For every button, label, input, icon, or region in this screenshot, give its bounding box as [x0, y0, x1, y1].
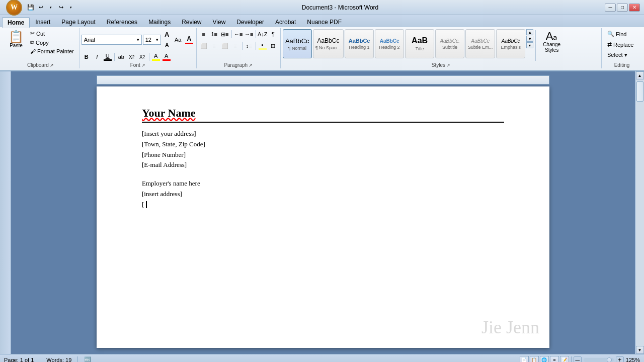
web-layout-button[interactable]: 🌐 [540, 356, 549, 363]
clear-format-button[interactable]: A [184, 35, 194, 45]
paragraph-expand[interactable]: ↗ [249, 63, 253, 68]
scroll-up-button[interactable]: ▲ [636, 71, 644, 79]
font-shrink-button[interactable]: A [162, 40, 172, 50]
underline-button[interactable]: U [103, 52, 113, 62]
font-color-button[interactable]: A [162, 52, 172, 62]
document-page[interactable]: Your Name [Insert your address] [Town, S… [97, 86, 549, 348]
paste-button[interactable]: 📋 Paste [5, 29, 27, 50]
clipboard-group: 📋 Paste ✂ Cut ⧉ Copy 🖌 Format Painter [2, 28, 79, 68]
zoom-out-button[interactable]: ─ [574, 356, 582, 363]
style-heading1[interactable]: AaBbCc Heading 1 [345, 29, 374, 58]
style-no-spacing[interactable]: AaBbCc ¶ No Spaci... [313, 29, 344, 58]
styles-label: Styles ↗ [283, 62, 599, 68]
tab-developer[interactable]: Developer [231, 16, 270, 27]
save-button[interactable]: 💾 [26, 3, 35, 12]
find-button[interactable]: 🔍 Find [604, 29, 630, 39]
select-button[interactable]: Select ▾ [604, 50, 631, 60]
undo-dropdown[interactable]: ▾ [46, 3, 55, 12]
scroll-track[interactable] [636, 79, 644, 346]
undo-button[interactable]: ↩ [36, 3, 45, 12]
print-layout-button[interactable]: 📄 [520, 356, 529, 363]
tab-insert[interactable]: Insert [30, 16, 56, 27]
font-size-dropdown[interactable]: 12 ▾ [143, 35, 161, 45]
font-name-dropdown[interactable]: Arial ▾ [82, 35, 142, 45]
format-painter-button[interactable]: 🖌 Format Painter [28, 47, 76, 55]
gallery-scroll-more[interactable]: ▾ [526, 42, 533, 48]
cut-button[interactable]: ✂ Cut [28, 29, 76, 38]
scroll-thumb[interactable] [636, 81, 643, 102]
align-center-button[interactable]: ≡ [209, 41, 219, 51]
tab-review[interactable]: Review [176, 16, 207, 27]
style-title[interactable]: AaB Title [405, 29, 434, 58]
change-case-button[interactable]: Aa [173, 35, 183, 45]
maximize-button[interactable]: □ [617, 4, 628, 12]
employer-line-1: Employer's name here [142, 178, 504, 189]
style-normal[interactable]: AaBbCc ¶ Normal [283, 29, 312, 58]
full-screen-button[interactable]: 📋 [530, 356, 539, 363]
ribbon-content: 📋 Paste ✂ Cut ⧉ Copy 🖌 Format Painter [0, 27, 644, 70]
tab-mailings[interactable]: Mailings [143, 16, 176, 27]
gallery-scroll-down[interactable]: ▼ [526, 36, 533, 42]
zoom-in-button[interactable]: + [616, 356, 624, 363]
align-right-button[interactable]: ⬜ [220, 41, 230, 51]
zoom-slider[interactable] [584, 358, 614, 362]
shading-button[interactable]: ▪ [258, 41, 268, 51]
scroll-down-button[interactable]: ▼ [636, 346, 644, 354]
decrease-indent-button[interactable]: ←≡ [233, 29, 244, 39]
copy-button[interactable]: ⧉ Copy [28, 38, 76, 47]
replace-button[interactable]: ⇄ Replace [604, 40, 637, 49]
address-line-3: [Phone Number] [142, 150, 504, 160]
strikethrough-button[interactable]: ab [116, 52, 126, 62]
subscript-button[interactable]: X2 [127, 52, 137, 62]
line-spacing-button[interactable]: ↕≡ [244, 41, 254, 51]
change-styles-button[interactable]: Aₐ ChangeStyles [538, 29, 566, 54]
outline-button[interactable]: ≡ [550, 356, 559, 363]
signature-watermark: Jie Jenn [481, 317, 539, 338]
align-left-button[interactable]: ⬜ [199, 41, 209, 51]
quick-access-more[interactable]: ▾ [66, 3, 75, 12]
justify-button[interactable]: ≡ [230, 41, 240, 51]
editing-label: Editing [604, 62, 640, 68]
bold-button[interactable]: B [82, 52, 92, 62]
tab-references[interactable]: References [101, 16, 143, 27]
highlight-button[interactable]: A [151, 52, 161, 62]
tab-nuancepdf[interactable]: Nuance PDF [301, 16, 347, 27]
font-expand[interactable]: ↗ [141, 63, 145, 68]
superscript-button[interactable]: X2 [137, 52, 147, 62]
tab-view[interactable]: View [207, 16, 231, 27]
draft-button[interactable]: 📝 [560, 356, 569, 363]
numbering-button[interactable]: 1≡ [209, 29, 219, 39]
tab-acrobat[interactable]: Acrobat [270, 16, 301, 27]
zoom-thumb[interactable] [607, 357, 612, 363]
ribbon: Home Insert Page Layout References Maili… [0, 15, 644, 71]
style-subtle-emphasis[interactable]: AaBbCc Subtle Em... [465, 29, 495, 58]
tab-pagelayout[interactable]: Page Layout [56, 16, 101, 27]
increase-indent-button[interactable]: →≡ [244, 29, 254, 39]
italic-button[interactable]: I [92, 52, 102, 62]
style-emphasis[interactable]: AaBbCc Emphasis [496, 29, 525, 58]
sort-button[interactable]: A↓Z [258, 29, 268, 39]
multilevel-list-button[interactable]: ⊞≡ [220, 29, 230, 39]
bullets-button[interactable]: ≡ [199, 29, 209, 39]
redo-button[interactable]: ↪ [56, 3, 65, 12]
gallery-scroll-up[interactable]: ▲ [526, 29, 533, 35]
clipboard-label: Clipboard ↗ [5, 62, 76, 68]
font-controls: Arial ▾ 12 ▾ A A Aa A [82, 29, 194, 62]
paragraph-controls: ≡ 1≡ ⊞≡ ←≡ →≡ A↓Z ¶ ⬜ ≡ ⬜ ≡ ↕≡ [199, 29, 278, 62]
close-button[interactable]: ✕ [629, 4, 640, 12]
document-area: Your Name [Insert your address] [Town, S… [11, 71, 635, 354]
clipboard-expand[interactable]: ↗ [50, 63, 54, 68]
style-heading2[interactable]: AaBbCc Heading 2 [375, 29, 404, 58]
show-marks-button[interactable]: ¶ [268, 29, 278, 39]
styles-expand[interactable]: ↗ [446, 63, 450, 68]
borders-button[interactable]: ⊞ [268, 41, 278, 51]
minimize-button[interactable]: ─ [605, 4, 616, 12]
tab-home[interactable]: Home [2, 17, 30, 28]
title-bar: W 💾 ↩ ▾ ↪ ▾ Document3 - Microsoft Word ─… [0, 0, 644, 15]
font-grow-button[interactable]: A [162, 29, 172, 39]
style-subtitle[interactable]: AaBbCc. Subtitle [435, 29, 464, 58]
office-button[interactable]: W [6, 0, 22, 16]
status-bar: Page: 1 of 1 Words: 19 🔤 📄 📋 🌐 ≡ 📝 ─ + 1… [0, 354, 644, 362]
words-status: Words: 19 [46, 357, 71, 363]
document-heading: Your Name [142, 107, 504, 123]
